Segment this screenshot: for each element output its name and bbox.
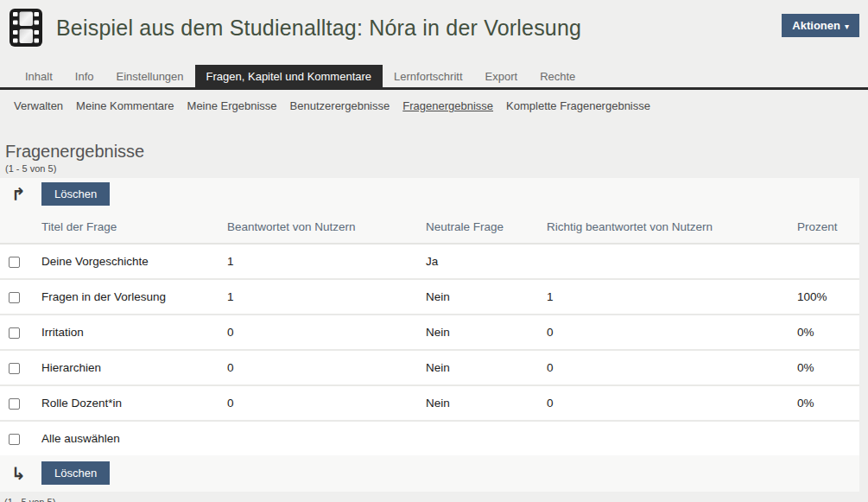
cell-answered: 1	[219, 279, 417, 315]
subtab-meine-kommentare[interactable]: Meine Kommentare	[76, 99, 174, 112]
tab-fragen-kapitel-und-kommentare[interactable]: Fragen, Kapitel und Kommentare	[195, 65, 383, 87]
content-area: Fragenergebnisse (1 - 5 von 5) ↱ Löschen…	[0, 142, 868, 502]
row-checkbox[interactable]	[9, 292, 20, 303]
subtab-meine-ergebnisse[interactable]: Meine Ergebnisse	[187, 99, 277, 112]
subtab-komplette-fragenergebnisse[interactable]: Komplette Fragenergebnisse	[506, 99, 650, 112]
cell-neutral: Nein	[417, 315, 538, 350]
table-toolbar-top: ↱ Löschen	[0, 178, 859, 210]
cell-title: Hierarchien	[33, 350, 219, 385]
cell-correct: 0	[538, 385, 789, 421]
tab-rechte[interactable]: Rechte	[529, 65, 586, 87]
subtab-fragenergebnisse[interactable]: Fragenergebnisse	[402, 99, 493, 112]
object-header: Beispiel aus dem Studienalltag: Nóra in …	[0, 0, 868, 53]
select-all-checkbox[interactable]	[9, 434, 20, 445]
table-header-row: Titel der Frage Beantwortet von Nutzern …	[0, 210, 859, 244]
question-results-table: Titel der Frage Beantwortet von Nutzern …	[0, 210, 859, 455]
result-range-bottom: (1 - 5 von 5)	[4, 497, 868, 502]
cell-correct	[538, 244, 789, 279]
actions-button-label: Aktionen	[792, 19, 840, 32]
delete-button-bottom[interactable]: Löschen	[41, 461, 110, 485]
tab-export[interactable]: Export	[474, 65, 529, 87]
cell-correct: 0	[538, 315, 789, 350]
main-tab-bar: Inhalt Info Einstellungen Fragen, Kapite…	[0, 65, 868, 90]
row-checkbox[interactable]	[9, 398, 20, 410]
page: Beispiel aus dem Studienalltag: Nóra in …	[0, 0, 868, 502]
cell-percent: 0%	[789, 350, 859, 385]
cell-neutral: Nein	[417, 279, 538, 315]
arrow-down-right-icon: ↳	[11, 465, 30, 482]
cell-correct: 1	[538, 279, 789, 315]
section-title: Fragenergebnisse	[5, 142, 868, 162]
cell-percent: 100%	[789, 279, 859, 315]
subtab-benutzerergebnisse[interactable]: Benutzerergebnisse	[290, 99, 390, 112]
cell-title: Deine Vorgeschichte	[33, 244, 219, 279]
cell-correct: 0	[538, 350, 789, 385]
tab-inhalt[interactable]: Inhalt	[14, 65, 64, 87]
select-all-label: Alle auswählen	[33, 421, 859, 455]
arrow-up-right-icon: ↱	[11, 186, 30, 203]
table-row: Rolle Dozent*in 0 Nein 0 0%	[0, 385, 859, 421]
cell-neutral: Nein	[417, 350, 538, 385]
result-range-top: (1 - 5 von 5)	[5, 163, 868, 174]
cell-answered: 0	[219, 385, 417, 421]
table-row: Irritation 0 Nein 0 0%	[0, 315, 859, 350]
row-checkbox[interactable]	[9, 363, 20, 374]
table-toolbar-bottom: ↳ Löschen	[0, 455, 859, 492]
select-all-row: Alle auswählen	[0, 421, 859, 455]
row-checkbox[interactable]	[9, 327, 20, 339]
tab-einstellungen[interactable]: Einstellungen	[105, 65, 195, 87]
cell-title: Fragen in der Vorlesung	[33, 279, 219, 315]
cell-neutral: Ja	[417, 244, 538, 279]
tab-info[interactable]: Info	[64, 65, 105, 87]
column-percent: Prozent	[789, 210, 859, 244]
cell-title: Irritation	[33, 315, 219, 350]
table-row: Deine Vorgeschichte 1 Ja	[0, 244, 859, 279]
filmstrip-icon	[7, 8, 45, 48]
cell-percent	[789, 244, 859, 279]
cell-answered: 0	[219, 315, 417, 350]
cell-percent: 0%	[789, 315, 859, 350]
column-correct: Richtig beantwortet von Nutzern	[538, 210, 789, 244]
chevron-down-icon: ▾	[845, 22, 849, 31]
column-neutral: Neutrale Frage	[417, 210, 538, 244]
column-title: Titel der Frage	[33, 210, 219, 244]
row-checkbox[interactable]	[9, 257, 20, 268]
actions-button[interactable]: Aktionen▾	[782, 14, 859, 37]
tab-lernfortschritt[interactable]: Lernfortschritt	[383, 65, 473, 87]
cell-neutral: Nein	[417, 385, 538, 421]
column-answered: Beantwortet von Nutzern	[219, 210, 417, 244]
delete-button-top[interactable]: Löschen	[41, 182, 110, 206]
cell-title: Rolle Dozent*in	[33, 385, 219, 421]
table-row: Hierarchien 0 Nein 0 0%	[0, 350, 859, 385]
table-row: Fragen in der Vorlesung 1 Nein 1 100%	[0, 279, 859, 315]
page-title: Beispiel aus dem Studienalltag: Nóra in …	[56, 16, 581, 41]
cell-answered: 1	[219, 244, 417, 279]
sub-tab-bar: Verwalten Meine Kommentare Meine Ergebni…	[0, 90, 868, 121]
cell-percent: 0%	[789, 385, 859, 421]
header-checkbox-spacer	[0, 210, 33, 244]
subtab-verwalten[interactable]: Verwalten	[14, 99, 63, 112]
cell-answered: 0	[219, 350, 417, 385]
